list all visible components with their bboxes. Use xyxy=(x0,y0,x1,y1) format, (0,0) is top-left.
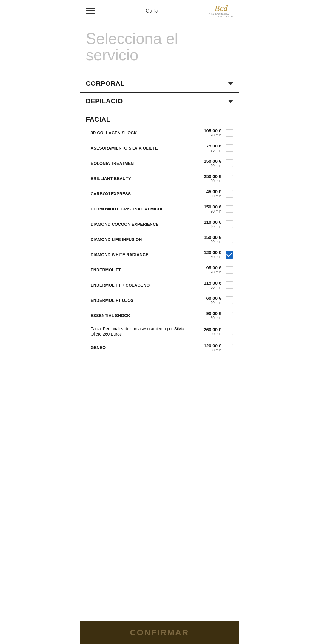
service-price-block-diamond-life-infusion: 150.00 €90 min xyxy=(195,235,221,244)
service-row-endermolift-ojos[interactable]: ENDERMOLIFT OJOS60.00 €60 min xyxy=(80,293,239,308)
service-name-endermolift: ENDERMOLIFT xyxy=(91,267,195,273)
service-checkbox-dermowhite-cristina[interactable] xyxy=(226,205,233,213)
service-price-block-carboxi-express: 45.00 €30 min xyxy=(195,189,221,198)
service-duration-carboxi-express: 30 min xyxy=(210,194,221,198)
service-duration-3d-collagen-shock: 90 min xyxy=(210,133,221,137)
service-row-endermolift-colageno[interactable]: ENDERMOLIFT + COLAGENO115.00 €90 min xyxy=(80,277,239,293)
page-title-block: Selecciona el servicio xyxy=(80,21,239,75)
service-price-block-bolonia-treatment: 150.00 €60 min xyxy=(195,159,221,168)
service-name-diamond-cocoon: DIAMOND COCOON EXPERIENCE xyxy=(91,222,195,227)
service-price-diamond-white-radiance: 120.00 € xyxy=(204,250,221,255)
service-checkbox-bolonia-treatment[interactable] xyxy=(226,159,233,167)
service-duration-diamond-life-infusion: 90 min xyxy=(210,240,221,244)
service-price-endermolift-ojos: 60.00 € xyxy=(206,296,221,301)
service-checkbox-diamond-life-infusion[interactable] xyxy=(226,236,233,243)
service-duration-diamond-cocoon: 60 min xyxy=(210,225,221,229)
service-checkbox-endermolift-colageno[interactable] xyxy=(226,281,233,289)
service-price-block-essential-shock: 90.00 €60 min xyxy=(195,311,221,320)
service-row-diamond-life-infusion[interactable]: DIAMOND LIFE INFUSION150.00 €90 min xyxy=(80,232,239,247)
service-price-facial-personalizado: 260.00 € xyxy=(204,327,221,332)
service-row-endermolift[interactable]: ENDERMOLIFT95.00 €90 min xyxy=(80,262,239,277)
user-name: Carla xyxy=(146,8,158,14)
service-name-brilliant-beauty: BRILLIANT BEAUTY xyxy=(91,176,195,181)
service-checkbox-endermolift-ojos[interactable] xyxy=(226,296,233,304)
service-name-carboxi-express: CARBOXI EXPRESS xyxy=(91,191,195,196)
service-price-block-geneo: 120.00 €60 min xyxy=(195,343,221,352)
logo-sub: BLAUCCIDONABY SILVIA DARTO xyxy=(209,13,233,17)
service-name-geneo: GENEO xyxy=(91,345,195,350)
service-duration-asesoramiento-silvia: 75 min xyxy=(210,148,221,153)
header: Carla Bcd BLAUCCIDONABY SILVIA DARTO xyxy=(80,0,239,21)
depilacio-title: DEPILACIO xyxy=(86,97,123,105)
service-price-block-3d-collagen-shock: 105.00 €90 min xyxy=(195,128,221,137)
service-duration-endermolift-colageno: 90 min xyxy=(210,285,221,290)
service-price-diamond-cocoon: 110.00 € xyxy=(204,219,221,225)
logo-main: Bcd xyxy=(215,4,228,13)
service-duration-essential-shock: 60 min xyxy=(210,316,221,320)
service-name-3d-collagen-shock: 3D COLLAGEN SHOCK xyxy=(91,130,195,136)
service-price-carboxi-express: 45.00 € xyxy=(206,189,221,194)
service-price-essential-shock: 90.00 € xyxy=(206,311,221,316)
depilacio-chevron-icon xyxy=(228,100,233,103)
service-price-endermolift: 95.00 € xyxy=(206,265,221,270)
service-name-diamond-white-radiance: DIAMOND WHITE RADIANCE xyxy=(91,252,195,257)
service-duration-endermolift-ojos: 60 min xyxy=(210,301,221,305)
service-duration-brilliant-beauty: 90 min xyxy=(210,179,221,183)
service-name-dermowhite-cristina: DERMOWHITE CRISTINA GALMICHE xyxy=(91,206,195,212)
service-row-diamond-white-radiance[interactable]: DIAMOND WHITE RADIANCE120.00 €60 min xyxy=(80,247,239,262)
service-price-asesoramiento-silvia: 75.00 € xyxy=(206,143,221,148)
service-name-essential-shock: ESSENTIAL SHOCK xyxy=(91,313,195,318)
service-price-block-diamond-white-radiance: 120.00 €60 min xyxy=(195,250,221,259)
service-row-bolonia-treatment[interactable]: BOLONIA TREATMENT150.00 €60 min xyxy=(80,156,239,171)
service-price-brilliant-beauty: 250.00 € xyxy=(204,174,221,179)
service-price-block-diamond-cocoon: 110.00 €60 min xyxy=(195,219,221,229)
service-checkbox-asesoramiento-silvia[interactable] xyxy=(226,144,233,152)
logo: Bcd BLAUCCIDONABY SILVIA DARTO xyxy=(209,4,233,17)
service-row-facial-personalizado[interactable]: Facial Personalizado con asesoramiento p… xyxy=(80,323,239,340)
service-row-3d-collagen-shock[interactable]: 3D COLLAGEN SHOCK105.00 €90 min xyxy=(80,125,239,140)
service-checkbox-endermolift[interactable] xyxy=(226,266,233,274)
depilacio-section-header[interactable]: DEPILACIO xyxy=(80,93,239,110)
service-price-bolonia-treatment: 150.00 € xyxy=(204,159,221,164)
service-price-block-endermolift-ojos: 60.00 €60 min xyxy=(195,296,221,305)
service-row-diamond-cocoon[interactable]: DIAMOND COCOON EXPERIENCE110.00 €60 min xyxy=(80,216,239,232)
service-price-block-brilliant-beauty: 250.00 €90 min xyxy=(195,174,221,183)
service-checkbox-geneo[interactable] xyxy=(226,344,233,351)
service-duration-bolonia-treatment: 60 min xyxy=(210,164,221,168)
service-name-facial-personalizado: Facial Personalizado con asesoramiento p… xyxy=(91,326,195,337)
service-row-carboxi-express[interactable]: CARBOXI EXPRESS45.00 €30 min xyxy=(80,186,239,201)
service-price-dermowhite-cristina: 150.00 € xyxy=(204,204,221,209)
service-duration-endermolift: 90 min xyxy=(210,270,221,274)
service-price-block-endermolift: 95.00 €90 min xyxy=(195,265,221,274)
service-checkbox-diamond-white-radiance[interactable] xyxy=(226,251,233,259)
service-row-asesoramiento-silvia[interactable]: ASESORAMIENTO SILVIA OLIETE75.00 €75 min xyxy=(80,140,239,156)
service-price-diamond-life-infusion: 150.00 € xyxy=(204,235,221,240)
service-checkbox-diamond-cocoon[interactable] xyxy=(226,220,233,228)
corporal-section-header[interactable]: CORPORAL xyxy=(80,75,239,93)
service-name-asesoramiento-silvia: ASESORAMIENTO SILVIA OLIETE xyxy=(91,145,195,151)
service-row-essential-shock[interactable]: ESSENTIAL SHOCK90.00 €60 min xyxy=(80,308,239,323)
service-duration-dermowhite-cristina: 90 min xyxy=(210,209,221,213)
service-checkbox-brilliant-beauty[interactable] xyxy=(226,175,233,182)
service-duration-diamond-white-radiance: 60 min xyxy=(210,255,221,259)
service-row-brilliant-beauty[interactable]: BRILLIANT BEAUTY250.00 €90 min xyxy=(80,171,239,186)
service-row-geneo[interactable]: GENEO120.00 €60 min xyxy=(80,340,239,355)
service-checkbox-essential-shock[interactable] xyxy=(226,312,233,319)
service-name-endermolift-ojos: ENDERMOLIFT OJOS xyxy=(91,298,195,303)
service-checkbox-3d-collagen-shock[interactable] xyxy=(226,129,233,137)
service-price-geneo: 120.00 € xyxy=(204,343,221,348)
menu-button[interactable] xyxy=(86,8,95,14)
service-price-block-endermolift-colageno: 115.00 €90 min xyxy=(195,280,221,290)
page-title: Selecciona el servicio xyxy=(86,30,233,63)
facial-section: FACIAL 3D COLLAGEN SHOCK105.00 €90 minAS… xyxy=(80,110,239,385)
service-price-block-facial-personalizado: 260.00 €90 min xyxy=(195,327,221,336)
service-price-endermolift-colageno: 115.00 € xyxy=(204,280,221,285)
service-name-endermolift-colageno: ENDERMOLIFT + COLAGENO xyxy=(91,282,195,288)
service-checkbox-facial-personalizado[interactable] xyxy=(226,328,233,335)
corporal-chevron-icon xyxy=(228,82,233,85)
service-checkbox-carboxi-express[interactable] xyxy=(226,190,233,198)
service-name-bolonia-treatment: BOLONIA TREATMENT xyxy=(91,161,195,166)
service-price-block-asesoramiento-silvia: 75.00 €75 min xyxy=(195,143,221,153)
services-list: 3D COLLAGEN SHOCK105.00 €90 minASESORAMI… xyxy=(80,125,239,355)
service-row-dermowhite-cristina[interactable]: DERMOWHITE CRISTINA GALMICHE150.00 €90 m… xyxy=(80,201,239,216)
